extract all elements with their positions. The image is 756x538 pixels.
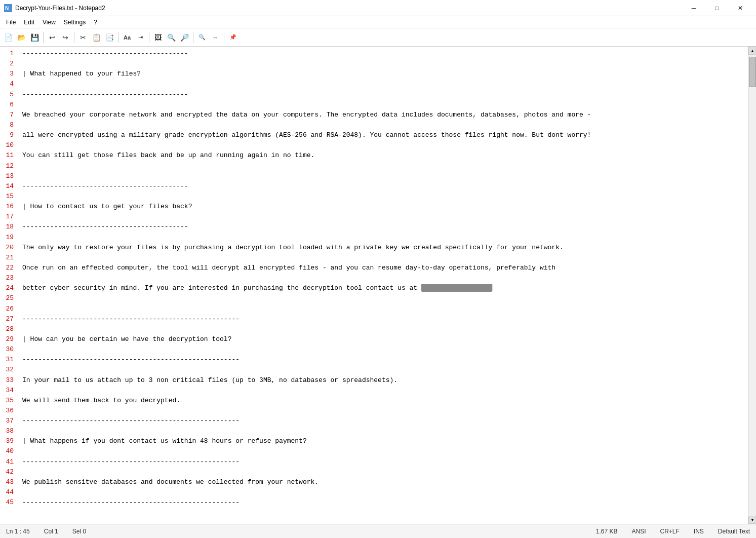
line-content-16: | How to contact us to get your files ba… [22, 202, 744, 212]
scrollbar-thumb[interactable] [749, 57, 756, 87]
line-number-33: 33 [4, 375, 14, 386]
line-number-40: 40 [4, 446, 14, 456]
line-content-18: ----------------------------------------… [22, 222, 744, 232]
menu-file[interactable]: File [2, 16, 20, 28]
toolbar-indent[interactable]: ⇥ [134, 31, 146, 44]
toolbar-new[interactable]: 📄 [2, 31, 14, 44]
menu-help[interactable]: ? [90, 16, 101, 28]
toolbar-redo[interactable]: ↪ [59, 31, 71, 44]
toolbar-extra[interactable]: 📌 [227, 31, 239, 44]
line-number-44: 44 [4, 487, 14, 497]
vertical-scrollbar[interactable]: ▲ ▼ [748, 47, 756, 524]
window-controls: ─ □ ✕ [682, 0, 752, 16]
toolbar-find[interactable]: 🔍 [196, 31, 208, 44]
toolbar-paste[interactable]: 📑 [103, 31, 115, 44]
toolbar-replace[interactable]: ↔ [209, 31, 221, 44]
editor-area: 1234567891011121314151617181920212223242… [0, 47, 756, 524]
statusbar: Ln 1 : 45 Col 1 Sel 0 1.67 KB ANSI CR+LF… [0, 524, 756, 538]
toolbar-open[interactable]: 📂 [15, 31, 27, 44]
toolbar-sep4 [149, 32, 149, 43]
line-content-10 [22, 140, 744, 150]
status-mode: INS [692, 528, 706, 535]
line-content-39: | What happens if you dont contact us wi… [22, 436, 744, 446]
line-content-31: ----------------------------------------… [22, 355, 744, 365]
line-number-5: 5 [4, 90, 14, 100]
line-number-27: 27 [4, 314, 14, 324]
line-content-33: In your mail to us attach up to 3 non cr… [22, 375, 744, 386]
line-number-13: 13 [4, 171, 14, 181]
line-content-42 [22, 467, 744, 477]
menu-view[interactable]: View [38, 16, 60, 28]
line-content-32 [22, 365, 744, 375]
line-content-25 [22, 293, 744, 303]
line-content-5: ----------------------------------------… [22, 90, 744, 100]
line-number-29: 29 [4, 334, 14, 344]
line-number-28: 28 [4, 324, 14, 334]
toolbar-sep3 [118, 32, 118, 43]
line-number-23: 23 [4, 273, 14, 283]
toolbar-sep6 [224, 32, 224, 43]
line-content-28 [22, 324, 744, 334]
line-number-38: 38 [4, 426, 14, 436]
toolbar-sep1 [43, 32, 44, 43]
toolbar-save[interactable]: 💾 [28, 31, 41, 44]
line-content-19 [22, 233, 744, 243]
menu-settings[interactable]: Settings [60, 16, 90, 28]
line-content-14: ----------------------------------------… [22, 181, 744, 191]
line-number-25: 25 [4, 293, 14, 303]
close-button[interactable]: ✕ [729, 0, 752, 16]
line-content-17 [22, 212, 744, 222]
line-numbers: 1234567891011121314151617181920212223242… [0, 47, 18, 524]
line-content-2 [22, 59, 744, 69]
toolbar-zoom-out[interactable]: 🔎 [178, 31, 190, 44]
line-content-30 [22, 344, 744, 355]
line-content-35: We will send them back to you decrypted. [22, 396, 744, 406]
line-number-20: 20 [4, 243, 14, 253]
line-content-34 [22, 386, 744, 396]
line-number-36: 36 [4, 406, 14, 416]
line-number-8: 8 [4, 120, 14, 130]
editor-content[interactable]: ----------------------------------------… [18, 47, 748, 524]
line-number-7: 7 [4, 110, 14, 120]
line-content-1: ----------------------------------------… [22, 49, 744, 59]
scrollbar-up-arrow[interactable]: ▲ [748, 47, 756, 55]
line-content-9: all were encrypted using a military grad… [22, 130, 744, 140]
minimize-button[interactable]: ─ [682, 0, 705, 16]
line-content-4 [22, 79, 744, 89]
toolbar-undo[interactable]: ↩ [46, 31, 58, 44]
scrollbar-down-arrow[interactable]: ▼ [748, 516, 756, 524]
line-number-18: 18 [4, 222, 14, 232]
toolbar-image[interactable]: 🖼 [152, 31, 164, 44]
toolbar-copy[interactable]: 📋 [90, 31, 102, 44]
maximize-button[interactable]: □ [705, 0, 729, 16]
line-number-1: 1 [4, 49, 14, 59]
line-number-32: 32 [4, 365, 14, 375]
line-content-38 [22, 426, 744, 436]
toolbar-uppercase[interactable]: Aa [121, 31, 133, 44]
line-number-26: 26 [4, 304, 14, 314]
line-content-37: ----------------------------------------… [22, 416, 744, 426]
line-content-15 [22, 191, 744, 202]
toolbar-sep2 [74, 32, 74, 43]
line-number-6: 6 [4, 100, 14, 110]
toolbar: 📄 📂 💾 ↩ ↪ ✂ 📋 📑 Aa ⇥ 🖼 🔍 🔎 🔍 ↔ 📌 [0, 28, 756, 47]
line-content-45: ----------------------------------------… [22, 497, 744, 508]
status-filesize: 1.67 KB [594, 528, 620, 535]
line-number-2: 2 [4, 59, 14, 69]
toolbar-cut[interactable]: ✂ [77, 31, 89, 44]
status-selection: Sel 0 [70, 528, 88, 535]
line-number-10: 10 [4, 140, 14, 150]
line-content-6 [22, 100, 744, 110]
line-number-30: 30 [4, 344, 14, 355]
line-number-19: 19 [4, 233, 14, 243]
menu-edit[interactable]: Edit [20, 16, 38, 28]
line-content-24: better cyber security in mind. If you ar… [22, 283, 744, 293]
line-number-34: 34 [4, 386, 14, 396]
line-number-11: 11 [4, 150, 14, 161]
line-content-13 [22, 171, 744, 181]
line-content-36 [22, 406, 744, 416]
line-number-43: 43 [4, 477, 14, 487]
line-number-4: 4 [4, 79, 14, 89]
toolbar-zoom-in[interactable]: 🔍 [165, 31, 177, 44]
line-number-42: 42 [4, 467, 14, 477]
